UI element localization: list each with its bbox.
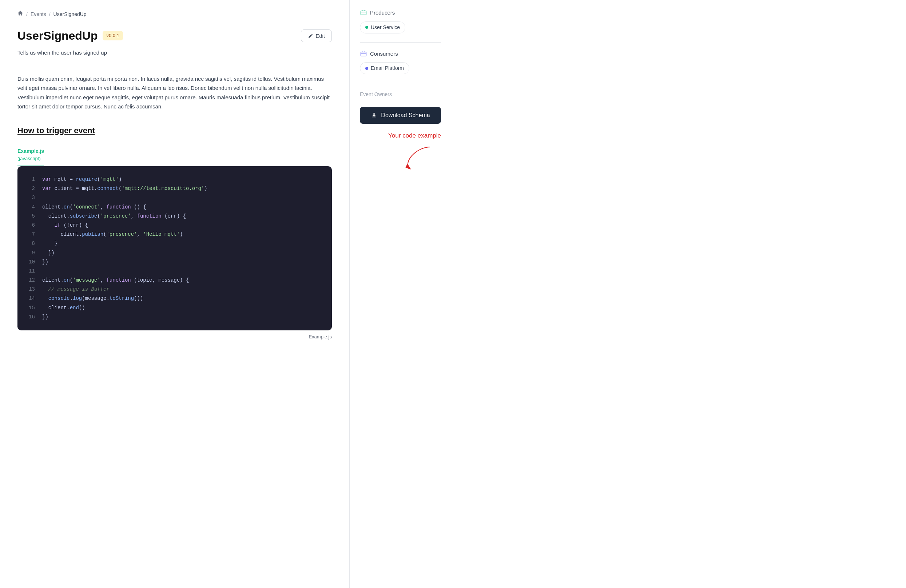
sidebar-event-owners-section: Event Owners bbox=[360, 91, 441, 98]
annotation-text: Your code example bbox=[360, 131, 441, 140]
sidebar: Producers User Service Consumers Email P… bbox=[349, 0, 451, 588]
home-icon[interactable] bbox=[18, 10, 23, 18]
tab-main-label: Example.js bbox=[18, 147, 44, 155]
edit-button[interactable]: Edit bbox=[301, 29, 332, 42]
code-block: 1var mqtt = require('mqtt') 2var client … bbox=[18, 166, 332, 330]
title-group: UserSignedUp v0.0.1 bbox=[18, 27, 123, 45]
page-header: UserSignedUp v0.0.1 Edit bbox=[18, 27, 332, 45]
breadcrumb-events[interactable]: Events bbox=[30, 11, 46, 18]
svg-rect-1 bbox=[361, 52, 367, 56]
producers-item-label: User Service bbox=[371, 24, 400, 31]
download-schema-button[interactable]: Download Schema bbox=[360, 107, 441, 124]
consumers-label: Consumers bbox=[370, 50, 398, 58]
consumers-email-platform-badge[interactable]: Email Platform bbox=[360, 62, 409, 74]
code-tabs: Example.js (javascript) bbox=[18, 145, 332, 167]
consumers-item-label: Email Platform bbox=[371, 64, 404, 72]
sidebar-consumers-section: Consumers Email Platform bbox=[360, 50, 441, 75]
edit-label: Edit bbox=[316, 33, 325, 39]
subtitle: Tells us when the user has signed up bbox=[18, 49, 332, 57]
consumers-dot bbox=[365, 67, 368, 70]
annotation-container: Your code example bbox=[360, 131, 441, 172]
annotation-arrow-icon bbox=[397, 143, 441, 172]
svg-rect-0 bbox=[361, 11, 367, 15]
sidebar-consumers-title: Consumers bbox=[360, 50, 441, 58]
tab-example-js[interactable]: Example.js (javascript) bbox=[18, 145, 44, 167]
sidebar-divider-1 bbox=[360, 42, 441, 43]
page-title: UserSignedUp bbox=[18, 27, 97, 45]
sidebar-divider-2 bbox=[360, 83, 441, 83]
sidebar-producers-title: Producers bbox=[360, 9, 441, 17]
description: Duis mollis quam enim, feugiat porta mi … bbox=[18, 74, 332, 112]
breadcrumb-separator-2: / bbox=[49, 11, 51, 18]
download-label: Download Schema bbox=[381, 112, 430, 119]
breadcrumb: / Events / UserSignedUp bbox=[18, 10, 332, 18]
sidebar-producers-section: Producers User Service bbox=[360, 9, 441, 33]
divider bbox=[18, 64, 332, 64]
producers-user-service-badge[interactable]: User Service bbox=[360, 21, 405, 33]
tab-sub-label: (javascript) bbox=[18, 155, 44, 162]
breadcrumb-current: UserSignedUp bbox=[54, 11, 86, 18]
version-badge: v0.0.1 bbox=[103, 31, 123, 40]
event-owners-label: Event Owners bbox=[360, 91, 441, 98]
producers-dot bbox=[365, 26, 368, 29]
code-footer: Example.js bbox=[18, 333, 332, 341]
section-title: How to trigger event bbox=[18, 124, 332, 137]
breadcrumb-separator: / bbox=[26, 11, 28, 18]
producers-label: Producers bbox=[370, 9, 395, 17]
